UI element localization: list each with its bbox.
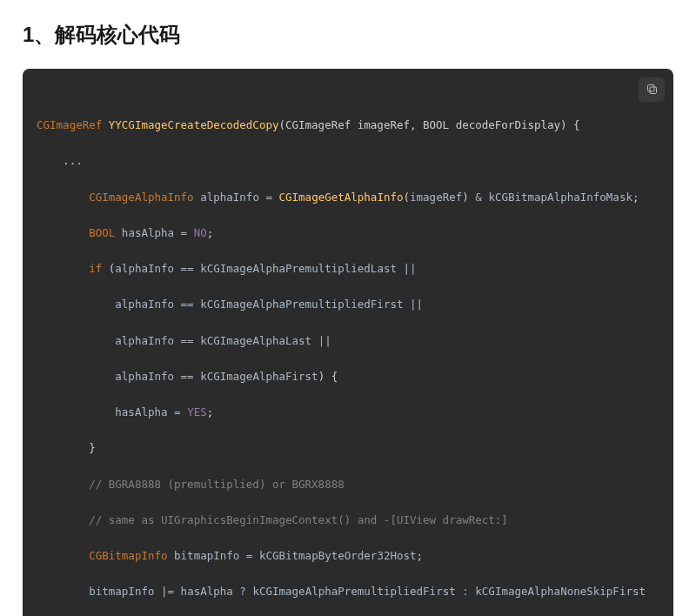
code-token: alphaInfo xyxy=(200,191,259,204)
section-heading: 1、解码核心代码 xyxy=(23,17,673,53)
code-token: kCGImageAlphaLast xyxy=(200,334,311,347)
code-token: YES xyxy=(187,405,207,418)
code-token: alphaInfo xyxy=(115,262,174,275)
code-token: CGImageRef xyxy=(37,118,102,131)
code-token: hasAlpha xyxy=(181,585,233,598)
code-token: (CGImageRef imageRef, BOOL decodeForDisp… xyxy=(278,118,579,131)
code-token: imageRef xyxy=(410,191,462,204)
code-token: alphaInfo xyxy=(115,334,174,347)
svg-rect-0 xyxy=(650,87,657,94)
code-comment: // same as UIGraphicsBeginImageContext()… xyxy=(89,513,508,526)
code-token: if xyxy=(89,262,102,275)
code-token: bitmapInfo xyxy=(174,549,239,562)
code-token: BOOL xyxy=(89,226,115,239)
code-token: hasAlpha xyxy=(122,226,174,239)
code-token: kCGImageAlphaPremultipliedFirst xyxy=(252,585,455,598)
code-token: kCGBitmapAlphaInfoMask xyxy=(488,191,632,204)
code-token: kCGImageAlphaNoneSkipFirst xyxy=(475,585,646,598)
code-token: bitmapInfo xyxy=(89,585,154,598)
copy-icon xyxy=(646,83,659,96)
copy-button[interactable] xyxy=(639,77,665,102)
code-token: alphaInfo xyxy=(115,298,174,311)
code-block: CGImageRef YYCGImageCreateDecodedCopy(CG… xyxy=(23,69,673,616)
code-token: alphaInfo xyxy=(115,370,174,383)
code-token: kCGBitmapByteOrder32Host xyxy=(259,549,417,562)
code-comment: // BGRA8888 (premultiplied) or BGRX8888 xyxy=(89,478,345,491)
code-token: NO xyxy=(194,226,207,239)
code-token: ... xyxy=(37,152,659,171)
svg-rect-1 xyxy=(647,85,654,92)
code-token: CGImageGetAlphaInfo xyxy=(279,191,404,204)
code-token: kCGImageAlphaPremultipliedLast xyxy=(200,262,397,275)
code-token: CGImageAlphaInfo xyxy=(89,191,193,204)
code-token: kCGImageAlphaFirst xyxy=(200,370,318,383)
code-token: CGBitmapInfo xyxy=(89,549,167,562)
code-token: hasAlpha xyxy=(115,405,167,418)
code-token: kCGImageAlphaPremultipliedFirst xyxy=(200,298,403,311)
code-token: YYCGImageCreateDecodedCopy xyxy=(109,118,279,131)
